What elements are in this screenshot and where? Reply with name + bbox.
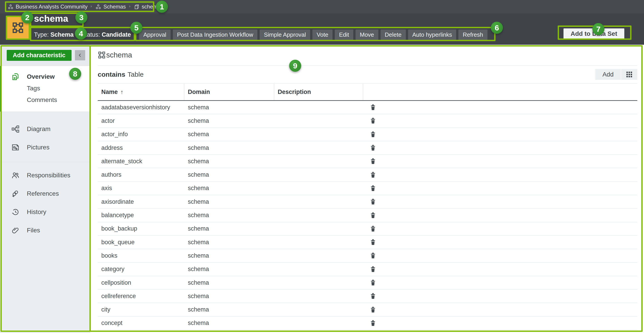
table-row[interactable]: authors schema xyxy=(98,168,637,182)
cell-name[interactable]: axisordinate xyxy=(98,198,184,205)
delete-row-button[interactable] xyxy=(370,144,376,152)
table-row[interactable]: actor schema xyxy=(98,114,637,128)
cell-name[interactable]: address xyxy=(98,144,184,152)
sidebar-item-label: Tags xyxy=(27,85,40,92)
cell-name[interactable]: alternate_stock xyxy=(98,158,184,165)
sidebar-item-comments[interactable]: Comments xyxy=(0,94,90,106)
trash-icon xyxy=(370,171,376,179)
sidebar-item-responsibilities[interactable]: Responsibilities xyxy=(0,166,90,184)
table-options-button[interactable] xyxy=(621,69,637,80)
table-row[interactable]: actor_info schema xyxy=(98,128,637,141)
sidebar-item-files[interactable]: Files xyxy=(0,221,90,240)
toolbar-button[interactable]: Move xyxy=(356,30,378,40)
table-row[interactable]: axis schema xyxy=(98,182,637,195)
breadcrumb-item-schema[interactable]: schema xyxy=(134,4,160,10)
table-row[interactable]: concept schema xyxy=(98,317,637,330)
add-characteristic-button[interactable]: Add characteristic xyxy=(7,50,72,61)
sidebar-item-tags[interactable]: Tags xyxy=(0,82,90,94)
cell-name[interactable]: concept xyxy=(98,320,184,326)
breadcrumb-item-community[interactable]: Business Analysts Community xyxy=(8,4,88,10)
cell-actions xyxy=(363,319,637,327)
add-relation-button[interactable]: Add xyxy=(595,69,621,80)
sidebar-item-label: Files xyxy=(27,227,40,234)
table-row[interactable]: alternate_stock schema xyxy=(98,155,637,168)
sidebar-collapse-button[interactable] xyxy=(75,50,85,60)
delete-row-button[interactable] xyxy=(370,104,376,111)
cell-name[interactable]: book_backup xyxy=(98,225,184,232)
relation-section-header: containsTable Add xyxy=(98,66,637,83)
cell-name[interactable]: city xyxy=(98,306,184,313)
add-to-dataset-button[interactable]: Add to Data Set xyxy=(564,28,624,39)
table-row[interactable]: book_backup schema xyxy=(98,222,637,236)
table-row[interactable]: cellreference schema xyxy=(98,290,637,303)
breadcrumb-item-schemas[interactable]: Schemas xyxy=(95,4,126,10)
table-row[interactable]: axisordinate schema xyxy=(98,195,637,209)
sidebar-item-history[interactable]: History xyxy=(0,203,90,221)
link-icon xyxy=(11,190,20,198)
delete-row-button[interactable] xyxy=(370,117,376,124)
cell-name[interactable]: category xyxy=(98,266,184,272)
toolbar-button[interactable]: Vote xyxy=(312,30,332,40)
sidebar-item-references[interactable]: References xyxy=(0,184,90,203)
toolbar-button[interactable]: Refresh xyxy=(458,30,487,40)
sidebar-item-overview[interactable]: Overview xyxy=(0,71,90,82)
delete-row-button[interactable] xyxy=(370,212,376,219)
delete-row-button[interactable] xyxy=(370,306,376,314)
cell-actions xyxy=(363,225,637,232)
cell-name[interactable]: authors xyxy=(98,171,184,178)
sidebar-section-visuals: Diagram Pictures xyxy=(0,112,90,162)
sidebar-item-label: References xyxy=(27,190,59,197)
table-row[interactable]: book_queue schema xyxy=(98,236,637,249)
delete-row-button[interactable] xyxy=(370,266,376,273)
delete-row-button[interactable] xyxy=(370,279,376,286)
delete-row-button[interactable] xyxy=(370,238,376,246)
cell-actions xyxy=(363,171,637,179)
cell-actions xyxy=(363,158,637,165)
cell-actions xyxy=(363,184,637,192)
cell-name[interactable]: actor xyxy=(98,118,184,124)
delete-row-button[interactable] xyxy=(370,158,376,165)
delete-row-button[interactable] xyxy=(370,184,376,192)
toolbar-button[interactable]: Delete xyxy=(380,30,406,40)
cell-name[interactable]: aadatabaseversionhistory xyxy=(98,104,184,111)
table-row[interactable]: balancetype schema xyxy=(98,209,637,222)
cell-actions xyxy=(363,306,637,314)
table-row[interactable]: books schema xyxy=(98,249,637,262)
column-header-name[interactable]: Name ↑ xyxy=(98,84,184,100)
cell-domain: schema xyxy=(184,144,274,152)
toolbar-button[interactable]: Auto hyperlinks xyxy=(408,30,456,40)
toolbar-button[interactable]: Post Data Ingestion Workflow xyxy=(173,30,258,40)
delete-row-button[interactable] xyxy=(370,292,376,300)
trash-icon xyxy=(370,184,376,192)
cell-name[interactable]: axis xyxy=(98,185,184,192)
toolbar-button[interactable]: Simple Approval xyxy=(260,30,310,40)
delete-row-button[interactable] xyxy=(370,171,376,179)
cell-name[interactable]: cellposition xyxy=(98,279,184,286)
table-row[interactable]: category schema xyxy=(98,263,637,276)
sidebar-item-diagram[interactable]: Diagram xyxy=(0,120,90,138)
column-header-description[interactable]: Description xyxy=(274,84,363,100)
cell-name[interactable]: book_queue xyxy=(98,239,184,246)
delete-row-button[interactable] xyxy=(370,225,376,232)
content-asset-header: schema xyxy=(98,45,637,66)
chevron-right-icon xyxy=(128,4,132,9)
table-row[interactable]: city schema xyxy=(98,303,637,316)
cell-name[interactable]: books xyxy=(98,252,184,259)
sidebar-item-pictures[interactable]: Pictures xyxy=(0,138,90,156)
cell-name[interactable]: balancetype xyxy=(98,212,184,219)
table-row[interactable]: address schema xyxy=(98,141,637,155)
delete-row-button[interactable] xyxy=(370,252,376,260)
table-row[interactable]: cellposition schema xyxy=(98,276,637,290)
cell-name[interactable]: actor_info xyxy=(98,131,184,138)
delete-row-button[interactable] xyxy=(370,130,376,138)
cell-name[interactable]: cellreference xyxy=(98,293,184,300)
delete-row-button[interactable] xyxy=(370,198,376,206)
cell-actions xyxy=(363,252,637,260)
column-header-domain[interactable]: Domain xyxy=(184,84,274,100)
sidebar-item-label: Diagram xyxy=(27,126,50,132)
delete-row-button[interactable] xyxy=(370,319,376,327)
table-row[interactable]: aadatabaseversionhistory schema xyxy=(98,101,637,114)
toolbar-button[interactable]: Approval xyxy=(139,30,170,40)
toolbar-button[interactable]: Edit xyxy=(335,30,353,40)
community-icon xyxy=(95,4,101,10)
